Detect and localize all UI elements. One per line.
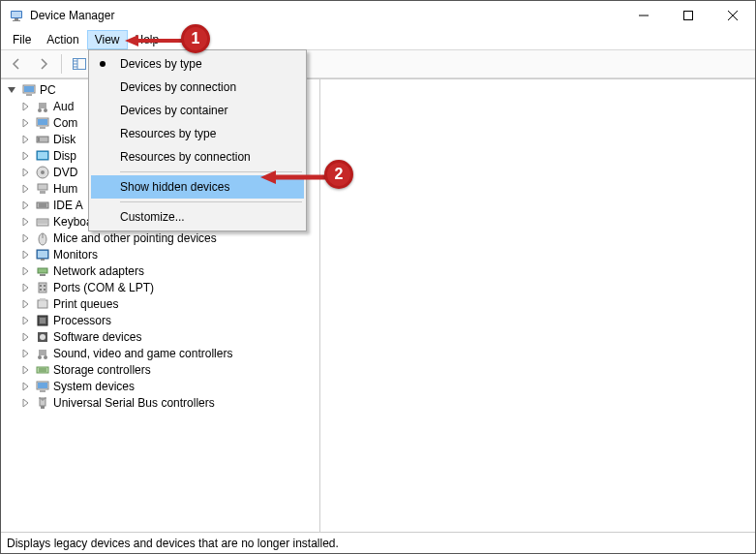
svg-rect-43 (39, 283, 46, 292)
svg-point-55 (38, 355, 42, 359)
tree-node[interactable]: Software devices (15, 328, 319, 345)
badge-label: 2 (335, 166, 344, 183)
menubar: File Action View Help (1, 30, 755, 49)
tree-node[interactable]: Mice and other pointing devices (15, 230, 319, 246)
svg-rect-15 (26, 94, 32, 96)
svg-rect-23 (38, 138, 40, 141)
tree-node[interactable]: Ports (COM & LPT) (15, 279, 319, 295)
tree-node-label: Sound, video and game controllers (53, 347, 232, 360)
expand-icon[interactable] (18, 314, 32, 327)
dd-customize[interactable]: Customize... (91, 205, 304, 229)
expand-icon[interactable] (18, 347, 32, 360)
expand-icon[interactable] (18, 166, 32, 179)
svg-rect-30 (37, 202, 48, 208)
close-button[interactable] (711, 1, 755, 30)
tree-node-label: Universal Serial Bus controllers (53, 396, 215, 410)
svg-rect-25 (38, 152, 47, 159)
svg-rect-39 (38, 251, 47, 258)
tree-node-label: Print queues (53, 297, 118, 311)
dd-resources-by-connection[interactable]: Resources by connection (91, 145, 304, 169)
dd-show-hidden-devices[interactable]: Show hidden devices (91, 175, 304, 199)
annotation-badge-1: 1 (181, 24, 210, 53)
svg-rect-40 (41, 259, 45, 261)
dd-resources-by-type[interactable]: Resources by type (91, 122, 304, 145)
svg-point-18 (44, 108, 47, 112)
device-category-icon (35, 280, 50, 295)
expand-icon[interactable] (18, 248, 32, 262)
menu-view[interactable]: View (87, 30, 128, 49)
tree-node-label: Disp (53, 149, 76, 163)
device-category-icon (35, 247, 50, 262)
tree-node-label: Disk (53, 133, 76, 146)
expand-icon[interactable] (18, 182, 32, 196)
expand-icon[interactable] (18, 281, 32, 294)
minimize-button[interactable] (621, 1, 666, 30)
maximize-button[interactable] (666, 1, 711, 30)
expand-icon[interactable] (18, 231, 32, 245)
dd-label: Show hidden devices (120, 180, 229, 194)
svg-rect-20 (38, 119, 47, 125)
svg-point-17 (38, 108, 42, 112)
svg-rect-5 (684, 12, 693, 20)
tree-node[interactable]: Storage controllers (15, 361, 319, 378)
svg-point-56 (44, 355, 47, 359)
device-category-icon (35, 395, 50, 411)
svg-rect-14 (24, 86, 34, 92)
app-icon (9, 8, 24, 23)
device-category-icon (35, 362, 50, 378)
svg-rect-28 (38, 184, 47, 190)
tree-node-label: Hum (53, 182, 77, 196)
svg-rect-61 (38, 383, 47, 388)
svg-rect-29 (40, 191, 45, 194)
expand-icon[interactable] (18, 199, 32, 212)
expand-icon[interactable] (18, 330, 32, 344)
expand-icon[interactable] (18, 380, 32, 393)
status-text: Displays legacy devices and devices that… (7, 537, 339, 550)
dd-devices-by-container[interactable]: Devices by container (91, 99, 304, 122)
tree-node-label: Monitors (53, 248, 98, 262)
tree-node-label: Com (53, 116, 77, 130)
dropdown-separator (120, 171, 302, 172)
tree-node-label: Software devices (53, 330, 141, 344)
expand-icon[interactable] (18, 116, 32, 130)
tree-node[interactable]: System devices (15, 378, 319, 394)
expand-icon[interactable] (5, 83, 18, 97)
device-category-icon (35, 148, 50, 164)
expand-icon[interactable] (18, 297, 32, 311)
tree-node[interactable]: Network adapters (15, 262, 319, 279)
expand-icon[interactable] (18, 264, 32, 278)
expand-icon[interactable] (18, 215, 32, 229)
expand-icon[interactable] (18, 149, 32, 163)
dd-label: Resources by connection (120, 150, 251, 164)
forward-button[interactable] (32, 52, 55, 76)
expand-icon[interactable] (18, 363, 32, 377)
device-category-icon (35, 296, 50, 312)
menu-action[interactable]: Action (39, 30, 86, 49)
tree-node[interactable]: Processors (15, 312, 319, 328)
tree-node[interactable]: Monitors (15, 246, 319, 262)
toolbar-separator (61, 54, 62, 74)
tree-node-label: Ports (COM & LPT) (53, 281, 154, 294)
dd-label: Devices by type (120, 57, 202, 71)
badge-label: 1 (192, 30, 200, 47)
svg-rect-3 (13, 20, 20, 21)
expand-icon[interactable] (18, 396, 32, 410)
svg-point-27 (41, 170, 45, 174)
back-button[interactable] (5, 52, 28, 76)
dd-devices-by-connection[interactable]: Devices by connection (91, 76, 304, 99)
tree-node[interactable]: Sound, video and game controllers (15, 345, 319, 361)
svg-point-46 (40, 289, 42, 291)
svg-rect-48 (38, 300, 47, 308)
window-controls (621, 1, 755, 30)
svg-rect-64 (41, 406, 45, 409)
tree-root-label: PC (40, 83, 56, 97)
dd-devices-by-type[interactable]: Devices by type (91, 52, 304, 76)
expand-icon[interactable] (18, 100, 32, 113)
menu-file[interactable]: File (5, 30, 39, 49)
svg-rect-49 (40, 298, 45, 301)
tree-node[interactable]: Print queues (15, 295, 319, 312)
menu-help[interactable]: Help (128, 30, 167, 49)
device-category-icon (35, 231, 50, 246)
tree-node[interactable]: Universal Serial Bus controllers (15, 394, 319, 411)
expand-icon[interactable] (18, 133, 32, 146)
